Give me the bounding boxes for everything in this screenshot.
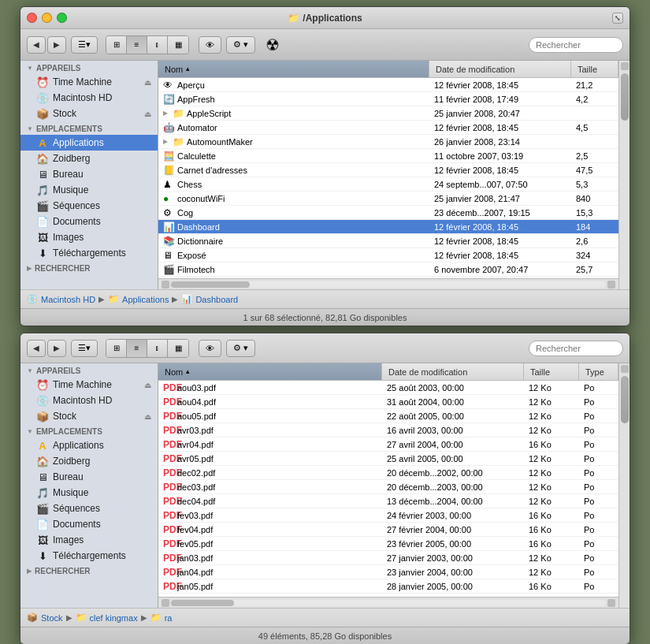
sidebar-item-zoidberg-2[interactable]: 🏠 Zoidberg: [20, 453, 158, 469]
table-row[interactable]: PDFavr03.pdf 16 avril 2003, 00:00 12 Ko …: [158, 423, 618, 437]
sidebar-item-sequences-2[interactable]: 🎬 Séquences: [20, 501, 158, 516]
table-row[interactable]: 📊Dashboard 12 février 2008, 18:45 184: [158, 220, 618, 234]
sidebar-item-telechargements[interactable]: ⬇ Téléchargements: [20, 245, 158, 261]
burn-button[interactable]: ☢: [260, 32, 285, 58]
eject-stock[interactable]: ⏏: [144, 110, 151, 118]
scroll-up-btn-2[interactable]: [621, 365, 629, 373]
table-row[interactable]: 🔄AppFresh 11 février 2008, 17:49 4,2: [158, 92, 618, 106]
h-scrollbar-thumb[interactable]: [171, 281, 250, 288]
action-button-2[interactable]: ⚙ ▾: [226, 340, 255, 357]
list-view-button[interactable]: ≡: [127, 36, 147, 54]
table-row[interactable]: ▶ 📁 AutomountMaker 26 janvier 2008, 23:1…: [158, 135, 618, 149]
eye-button-2[interactable]: 👁: [199, 340, 221, 357]
back-button[interactable]: ◀: [27, 36, 46, 54]
search-input-2[interactable]: [529, 341, 623, 356]
sidebar-item-images[interactable]: 🖼 Images: [20, 229, 158, 245]
expand-arrow[interactable]: ▶: [163, 110, 168, 117]
scroll-left-btn-2[interactable]: [162, 599, 169, 607]
search-input[interactable]: [529, 37, 623, 53]
icon-view-button-2[interactable]: ⊞: [106, 340, 127, 357]
col-date-2[interactable]: Date de modification: [382, 363, 524, 380]
sidebar-item-time-machine[interactable]: ⏰ Time Machine ⏏: [20, 74, 158, 90]
table-row[interactable]: 🖥Exposé 12 février 2008, 18:45 324: [158, 248, 618, 262]
eject-time-machine-2[interactable]: ⏏: [144, 381, 151, 389]
table-row[interactable]: PDFdec03.pdf 20 décemb...2003, 00:00 12 …: [158, 480, 618, 494]
col-name-2[interactable]: Nom ▲: [158, 363, 382, 380]
table-row[interactable]: PDFjan05.pdf 28 janvier 2005, 00:00 16 K…: [158, 579, 618, 594]
table-row[interactable]: PDFfev04.pdf 27 février 2004, 00:00 16 K…: [158, 523, 618, 537]
table-row[interactable]: ♟Chess 24 septemb...007, 07:50 5,3: [158, 177, 618, 192]
sidebar-item-images-2[interactable]: 🖼 Images: [20, 532, 158, 548]
forward-button-2[interactable]: ▶: [47, 340, 66, 357]
table-row[interactable]: PDFdec04.pdf 13 décemb...2004, 00:00 12 …: [158, 494, 618, 508]
sidebar-item-sequences[interactable]: 🎬 Séquences: [20, 198, 158, 214]
maximize-button[interactable]: [57, 13, 67, 23]
scroll-left-btn[interactable]: [162, 281, 169, 288]
col-name[interactable]: Nom ▲: [158, 61, 429, 77]
table-row[interactable]: 🤖Automator 12 février 2008, 18:45 4,5: [158, 121, 618, 135]
sidebar-item-documents[interactable]: 📄 Documents: [20, 214, 158, 229]
table-row[interactable]: PDFaou04.pdf 31 août 2004, 00:00 12 Ko P…: [158, 395, 618, 409]
sidebar-item-documents-2[interactable]: 📄 Documents: [20, 516, 158, 532]
close-button[interactable]: [27, 13, 37, 23]
v-scrollbar-thumb-2[interactable]: [621, 376, 629, 423]
icon-view-button[interactable]: ⊞: [106, 36, 127, 54]
back-button-2[interactable]: ◀: [27, 340, 46, 357]
rechercher-triangle[interactable]: ▶: [27, 265, 32, 272]
table-row[interactable]: PDFfev05.pdf 23 février 2005, 00:00 16 K…: [158, 537, 618, 551]
table-row[interactable]: 👁Aperçu 12 février 2008, 18:45 21,2: [158, 78, 618, 92]
scroll-right-btn-2[interactable]: [607, 599, 615, 607]
sidebar-item-zoidberg[interactable]: 🏠 Zoidberg: [20, 151, 158, 166]
rechercher-triangle-2[interactable]: ▶: [27, 568, 32, 575]
sidebar-item-applications[interactable]: A Applications: [20, 135, 158, 151]
sidebar-item-musique-2[interactable]: 🎵 Musique: [20, 485, 158, 501]
scroll-up-btn[interactable]: [621, 62, 629, 70]
sidebar-item-macintosh-hd[interactable]: 💿 Macintosh HD: [20, 90, 158, 106]
col-size-2[interactable]: Taille: [524, 363, 579, 380]
col-date[interactable]: Date de modification: [429, 61, 571, 77]
list-view-button-2[interactable]: ≡: [127, 340, 147, 357]
cover-view-button[interactable]: ▦: [168, 36, 188, 54]
col-type-2[interactable]: Type: [579, 363, 618, 380]
emplacements-triangle-2[interactable]: ▼: [27, 428, 33, 435]
table-row[interactable]: 📚Dictionnaire 12 février 2008, 18:45 2,6: [158, 234, 618, 248]
table-row[interactable]: 📒Carnet d'adresses 12 février 2008, 18:4…: [158, 163, 618, 177]
sidebar-item-bureau[interactable]: 🖥 Bureau: [20, 166, 158, 182]
table-row[interactable]: ⚙Cog 23 décemb...2007, 19:15 15,3: [158, 206, 618, 220]
forward-button[interactable]: ▶: [47, 36, 66, 54]
scroll-right-btn[interactable]: [607, 281, 615, 288]
eject-stock-2[interactable]: ⏏: [144, 412, 151, 421]
view-options-button[interactable]: ☰▾: [71, 36, 98, 54]
column-view-button-2[interactable]: ⫾: [147, 340, 168, 357]
eject-time-machine[interactable]: ⏏: [144, 78, 151, 87]
table-row[interactable]: ●coconutWiFi 25 janvier 2008, 21:47 840: [158, 192, 618, 206]
table-row[interactable]: PDFaou03.pdf 25 août 2003, 00:00 12 Ko P…: [158, 381, 618, 395]
table-row[interactable]: 🧮Calculette 11 octobre 2007, 03:19 2,5: [158, 149, 618, 163]
table-row[interactable]: PDFjan04.pdf 23 janvier 2004, 00:00 12 K…: [158, 565, 618, 579]
table-row[interactable]: PDFfev03.pdf 24 février 2003, 00:00 16 K…: [158, 508, 618, 523]
table-row[interactable]: PDFavr05.pdf 25 avril 2005, 00:00 12 Ko …: [158, 452, 618, 466]
table-row[interactable]: PDFjan03.pdf 27 janvier 2003, 00:00 12 K…: [158, 551, 618, 565]
table-row[interactable]: PDFavr04.pdf 27 avril 2004, 00:00 16 Ko …: [158, 437, 618, 452]
sidebar-item-stock-2[interactable]: 📦 Stock ⏏: [20, 408, 158, 424]
sidebar-item-macintosh-hd-2[interactable]: 💿 Macintosh HD: [20, 393, 158, 408]
table-row[interactable]: ▶ 📁 AppleScript 25 janvier 2008, 20:47: [158, 106, 618, 121]
table-row[interactable]: PDFaou05.pdf 22 août 2005, 00:00 12 Ko P…: [158, 409, 618, 423]
sidebar-item-telechargements-2[interactable]: ⬇ Téléchargements: [20, 548, 158, 564]
v-scrollbar-thumb[interactable]: [621, 73, 629, 121]
eye-button[interactable]: 👁: [199, 36, 221, 54]
horizontal-scrollbar-1[interactable]: [158, 278, 618, 289]
h-scrollbar-thumb-2[interactable]: [171, 600, 234, 606]
action-button[interactable]: ⚙ ▾: [226, 36, 255, 54]
vertical-scrollbar-2[interactable]: [618, 363, 630, 608]
horizontal-scrollbar-2[interactable]: [158, 597, 618, 608]
expand-arrow[interactable]: ▶: [163, 138, 168, 145]
sidebar-item-stock[interactable]: 📦 Stock ⏏: [20, 106, 158, 121]
table-row[interactable]: 🎬Filmotech 6 novembre 2007, 20:47 25,7: [158, 262, 618, 277]
minimize-button[interactable]: [42, 13, 52, 23]
view-options-button-2[interactable]: ☰▾: [71, 340, 98, 357]
sidebar-item-time-machine-2[interactable]: ⏰ Time Machine ⏏: [20, 377, 158, 393]
vertical-scrollbar-1[interactable]: [618, 61, 630, 289]
appareils-triangle[interactable]: ▼: [27, 65, 33, 72]
column-view-button[interactable]: ⫾: [147, 36, 168, 54]
